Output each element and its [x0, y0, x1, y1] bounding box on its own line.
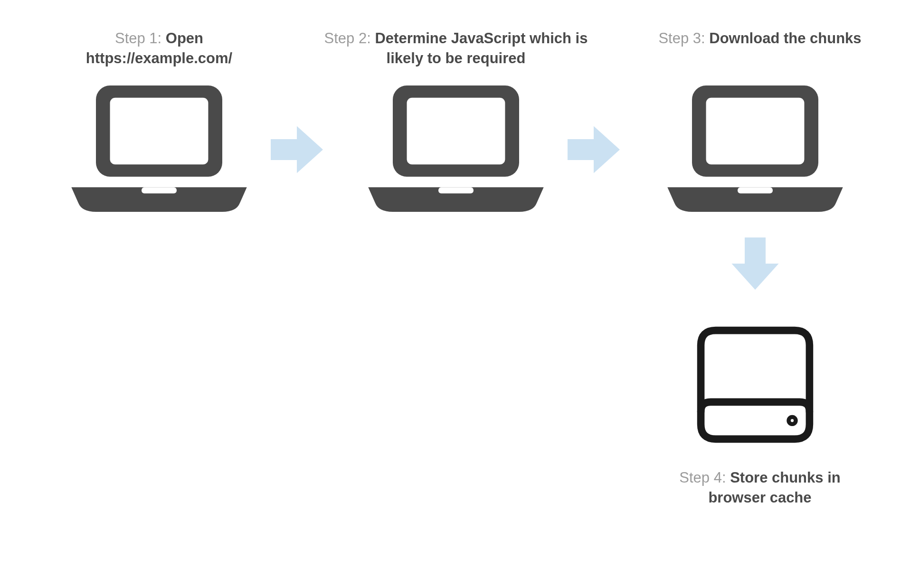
- arrow-down-icon: [729, 237, 781, 290]
- svg-rect-10: [738, 187, 773, 193]
- svg-rect-6: [438, 187, 474, 193]
- svg-rect-9: [706, 98, 805, 164]
- step-3-bold: Download the chunks: [709, 30, 861, 47]
- step-4-prefix: Step 4:: [679, 469, 730, 486]
- svg-rect-1: [110, 98, 209, 164]
- laptop-icon: [368, 85, 544, 212]
- step-2-caption: Step 2: Determine JavaScript which is li…: [323, 28, 589, 68]
- step-2-prefix: Step 2:: [324, 30, 375, 47]
- step-4-caption: Step 4: Store chunks in browser cache: [655, 468, 864, 508]
- step-1-prefix: Step 1:: [115, 30, 166, 47]
- step-3-prefix: Step 3:: [658, 30, 709, 47]
- svg-rect-2: [142, 187, 177, 193]
- step-2-bold: Determine JavaScript which is likely to …: [375, 30, 588, 66]
- step-1-caption: Step 1: Open https://example.com/: [47, 28, 271, 68]
- hard-drive-icon: [693, 323, 817, 446]
- svg-point-13: [791, 419, 794, 422]
- arrow-right-icon: [568, 123, 620, 176]
- laptop-icon: [71, 85, 247, 212]
- diagram-canvas: Step 1: Open https://example.com/ Step 2…: [0, 0, 910, 588]
- svg-marker-11: [732, 237, 779, 290]
- svg-rect-5: [407, 98, 505, 164]
- svg-marker-7: [568, 126, 620, 173]
- step-3-caption: Step 3: Download the chunks: [655, 28, 864, 48]
- arrow-right-icon: [271, 123, 323, 176]
- laptop-icon: [667, 85, 843, 212]
- svg-marker-3: [271, 126, 323, 173]
